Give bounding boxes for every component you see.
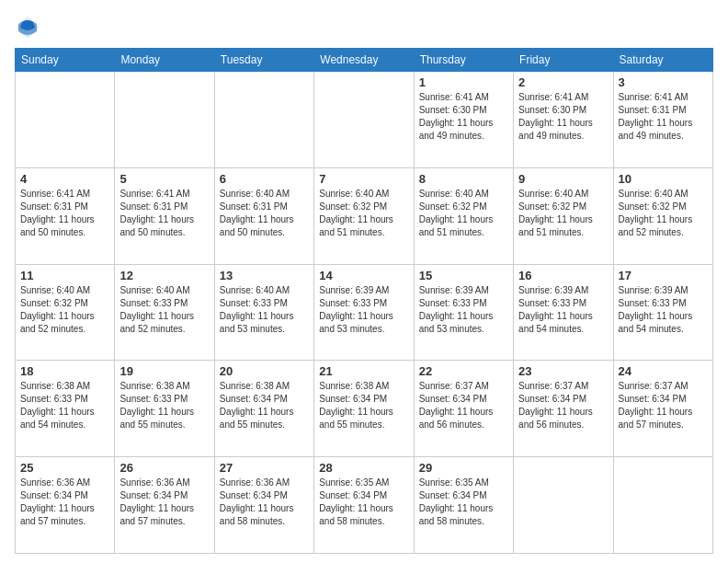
day-info: Sunrise: 6:37 AM Sunset: 6:34 PM Dayligh… (419, 380, 508, 431)
day-number: 25 (20, 461, 109, 475)
day-info: Sunrise: 6:40 AM Sunset: 6:32 PM Dayligh… (419, 188, 508, 239)
day-info: Sunrise: 6:37 AM Sunset: 6:34 PM Dayligh… (619, 380, 708, 431)
day-number: 17 (619, 269, 708, 282)
calendar-cell: 27Sunrise: 6:36 AM Sunset: 6:34 PM Dayli… (214, 457, 313, 554)
day-info: Sunrise: 6:40 AM Sunset: 6:31 PM Dayligh… (220, 188, 309, 239)
day-of-week-header: Sunday (16, 49, 115, 72)
day-info: Sunrise: 6:36 AM Sunset: 6:34 PM Dayligh… (119, 477, 209, 528)
day-number: 24 (619, 364, 708, 378)
day-of-week-header: Monday (115, 49, 214, 72)
day-number: 19 (119, 364, 209, 378)
calendar-cell: 17Sunrise: 6:39 AM Sunset: 6:33 PM Dayli… (613, 264, 712, 361)
calendar-cell: 26Sunrise: 6:36 AM Sunset: 6:34 PM Dayli… (115, 457, 214, 554)
day-info: Sunrise: 6:37 AM Sunset: 6:34 PM Dayligh… (518, 380, 608, 431)
day-number: 4 (20, 172, 109, 186)
calendar-cell: 10Sunrise: 6:40 AM Sunset: 6:32 PM Dayli… (613, 167, 712, 264)
page: SundayMondayTuesdayWednesdayThursdayFrid… (0, 0, 728, 563)
day-info: Sunrise: 6:40 AM Sunset: 6:33 PM Dayligh… (220, 284, 309, 336)
day-info: Sunrise: 6:41 AM Sunset: 6:31 PM Dayligh… (119, 188, 209, 239)
calendar-cell: 25Sunrise: 6:36 AM Sunset: 6:34 PM Dayli… (16, 457, 115, 554)
day-number: 16 (518, 269, 608, 282)
day-info: Sunrise: 6:38 AM Sunset: 6:33 PM Dayligh… (20, 380, 109, 431)
header (15, 15, 713, 40)
logo (15, 15, 44, 40)
day-number: 21 (319, 364, 408, 378)
calendar-cell (16, 72, 115, 168)
calendar-cell (613, 457, 712, 554)
calendar-cell: 4Sunrise: 6:41 AM Sunset: 6:31 PM Daylig… (16, 167, 115, 264)
day-info: Sunrise: 6:39 AM Sunset: 6:33 PM Dayligh… (619, 284, 708, 336)
day-number: 26 (119, 461, 209, 475)
day-info: Sunrise: 6:35 AM Sunset: 6:34 PM Dayligh… (319, 477, 408, 528)
day-info: Sunrise: 6:39 AM Sunset: 6:33 PM Dayligh… (319, 284, 408, 336)
calendar-cell: 18Sunrise: 6:38 AM Sunset: 6:33 PM Dayli… (16, 361, 115, 457)
calendar-cell (214, 72, 313, 168)
calendar-cell: 8Sunrise: 6:40 AM Sunset: 6:32 PM Daylig… (414, 167, 513, 264)
day-number: 1 (419, 75, 508, 89)
calendar-table: SundayMondayTuesdayWednesdayThursdayFrid… (15, 48, 713, 554)
day-number: 2 (518, 75, 608, 89)
day-of-week-header: Saturday (613, 49, 712, 72)
day-info: Sunrise: 6:41 AM Sunset: 6:30 PM Dayligh… (419, 91, 508, 143)
day-info: Sunrise: 6:40 AM Sunset: 6:32 PM Dayligh… (619, 188, 708, 239)
calendar-cell: 19Sunrise: 6:38 AM Sunset: 6:33 PM Dayli… (115, 361, 214, 457)
day-number: 23 (518, 364, 608, 378)
calendar-cell: 11Sunrise: 6:40 AM Sunset: 6:32 PM Dayli… (16, 264, 115, 361)
calendar-cell: 7Sunrise: 6:40 AM Sunset: 6:32 PM Daylig… (314, 167, 414, 264)
day-info: Sunrise: 6:40 AM Sunset: 6:32 PM Dayligh… (518, 188, 608, 239)
day-info: Sunrise: 6:41 AM Sunset: 6:31 PM Dayligh… (619, 91, 708, 143)
calendar-cell: 29Sunrise: 6:35 AM Sunset: 6:34 PM Dayli… (414, 457, 513, 554)
logo-icon (15, 15, 40, 40)
day-info: Sunrise: 6:35 AM Sunset: 6:34 PM Dayligh… (419, 477, 508, 528)
day-info: Sunrise: 6:39 AM Sunset: 6:33 PM Dayligh… (518, 284, 608, 336)
day-number: 5 (119, 172, 209, 186)
day-info: Sunrise: 6:38 AM Sunset: 6:33 PM Dayligh… (119, 380, 209, 431)
day-number: 7 (319, 172, 408, 186)
calendar-cell: 22Sunrise: 6:37 AM Sunset: 6:34 PM Dayli… (414, 361, 513, 457)
calendar-cell: 23Sunrise: 6:37 AM Sunset: 6:34 PM Dayli… (514, 361, 613, 457)
calendar-cell: 1Sunrise: 6:41 AM Sunset: 6:30 PM Daylig… (414, 72, 513, 168)
day-number: 29 (419, 461, 508, 475)
day-number: 9 (518, 172, 608, 186)
day-number: 8 (419, 172, 508, 186)
day-number: 14 (319, 269, 408, 282)
day-number: 18 (20, 364, 109, 378)
day-info: Sunrise: 6:36 AM Sunset: 6:34 PM Dayligh… (20, 477, 109, 528)
day-number: 10 (619, 172, 708, 186)
calendar-cell: 5Sunrise: 6:41 AM Sunset: 6:31 PM Daylig… (115, 167, 214, 264)
calendar-cell: 24Sunrise: 6:37 AM Sunset: 6:34 PM Dayli… (613, 361, 712, 457)
day-info: Sunrise: 6:38 AM Sunset: 6:34 PM Dayligh… (319, 380, 408, 431)
day-of-week-header: Tuesday (214, 49, 313, 72)
day-info: Sunrise: 6:41 AM Sunset: 6:30 PM Dayligh… (518, 91, 608, 143)
day-number: 3 (619, 75, 708, 89)
day-number: 22 (419, 364, 508, 378)
calendar-cell: 2Sunrise: 6:41 AM Sunset: 6:30 PM Daylig… (514, 72, 613, 168)
day-number: 27 (220, 461, 309, 475)
calendar-cell (514, 457, 613, 554)
day-info: Sunrise: 6:38 AM Sunset: 6:34 PM Dayligh… (220, 380, 309, 431)
calendar-cell: 9Sunrise: 6:40 AM Sunset: 6:32 PM Daylig… (514, 167, 613, 264)
calendar-cell: 16Sunrise: 6:39 AM Sunset: 6:33 PM Dayli… (514, 264, 613, 361)
day-number: 28 (319, 461, 408, 475)
calendar-cell (314, 72, 414, 168)
calendar-cell: 14Sunrise: 6:39 AM Sunset: 6:33 PM Dayli… (314, 264, 414, 361)
day-number: 20 (220, 364, 309, 378)
calendar-cell: 3Sunrise: 6:41 AM Sunset: 6:31 PM Daylig… (613, 72, 712, 168)
calendar-cell: 12Sunrise: 6:40 AM Sunset: 6:33 PM Dayli… (115, 264, 214, 361)
day-number: 6 (220, 172, 309, 186)
day-info: Sunrise: 6:40 AM Sunset: 6:32 PM Dayligh… (319, 188, 408, 239)
calendar-cell: 15Sunrise: 6:39 AM Sunset: 6:33 PM Dayli… (414, 264, 513, 361)
day-info: Sunrise: 6:41 AM Sunset: 6:31 PM Dayligh… (20, 188, 109, 239)
calendar-cell: 21Sunrise: 6:38 AM Sunset: 6:34 PM Dayli… (314, 361, 414, 457)
calendar-cell: 28Sunrise: 6:35 AM Sunset: 6:34 PM Dayli… (314, 457, 414, 554)
calendar-cell: 20Sunrise: 6:38 AM Sunset: 6:34 PM Dayli… (214, 361, 313, 457)
day-of-week-header: Friday (514, 49, 613, 72)
day-number: 12 (119, 269, 209, 282)
calendar-cell: 13Sunrise: 6:40 AM Sunset: 6:33 PM Dayli… (214, 264, 313, 361)
day-number: 13 (220, 269, 309, 282)
day-info: Sunrise: 6:36 AM Sunset: 6:34 PM Dayligh… (220, 477, 309, 528)
day-info: Sunrise: 6:40 AM Sunset: 6:33 PM Dayligh… (119, 284, 209, 336)
calendar-cell: 6Sunrise: 6:40 AM Sunset: 6:31 PM Daylig… (214, 167, 313, 264)
day-of-week-header: Wednesday (314, 49, 414, 72)
day-number: 11 (20, 269, 109, 282)
